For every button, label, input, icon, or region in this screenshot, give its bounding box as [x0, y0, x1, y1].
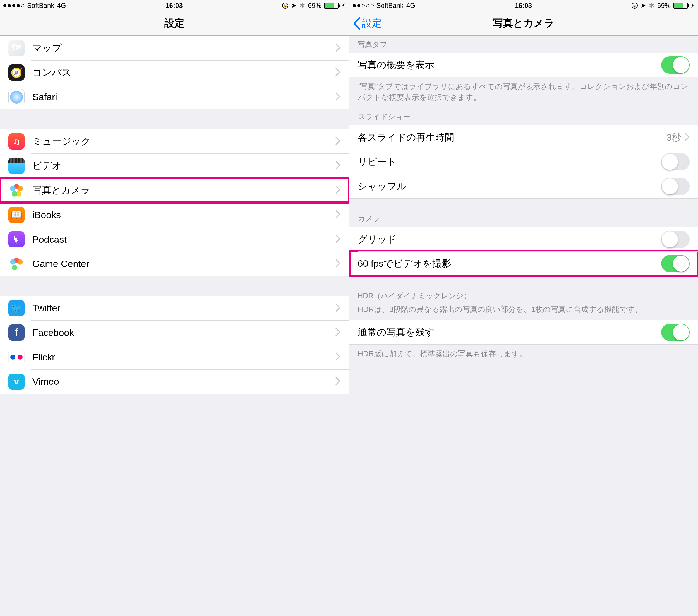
battery-pct: 69% [657, 2, 671, 10]
row-label: iBooks [32, 210, 335, 220]
switch-60fps-video[interactable] [661, 255, 689, 272]
row-vimeo[interactable]: v Vimeo [0, 369, 349, 394]
chevron-right-icon [335, 235, 340, 244]
chevron-right-icon [335, 377, 340, 386]
switch-summarize-photos[interactable] [661, 56, 689, 74]
row-label: 各スライドの再生時間 [358, 131, 667, 144]
row-facebook[interactable]: f Facebook [0, 320, 349, 345]
row-label: Vimeo [32, 376, 335, 387]
battery-icon [324, 2, 338, 9]
settings-list[interactable]: 🗺 マップ 🧭 コンパス Safari ♫ ミュージック [0, 36, 349, 616]
chevron-right-icon [335, 352, 340, 362]
bluetooth-icon: ✱ [649, 2, 655, 10]
signal-dots-icon [3, 4, 24, 7]
chevron-left-icon [353, 17, 361, 30]
twitter-icon: 🐦 [9, 300, 25, 316]
row-maps[interactable]: 🗺 マップ [0, 36, 349, 60]
clock-label: 16:03 [166, 2, 182, 10]
row-twitter[interactable]: 🐦 Twitter [0, 296, 349, 320]
photos-icon [9, 182, 25, 198]
video-icon [9, 158, 25, 174]
row-label: 写真の概要を表示 [358, 59, 661, 71]
charging-icon: ⚡︎ [691, 2, 695, 9]
chevron-right-icon [335, 68, 340, 77]
section-header-slideshow: スライドショー [349, 108, 698, 125]
maps-icon: 🗺 [9, 40, 25, 56]
row-video[interactable]: ビデオ [0, 154, 349, 178]
switch-grid[interactable] [661, 231, 689, 248]
row-repeat[interactable]: リピート [349, 149, 698, 174]
rotation-lock-icon: 🔒 [631, 2, 638, 9]
section-footer-hdr: HDR版に加えて、標準露出の写真も保存します。 [349, 345, 698, 364]
section-desc-hdr: HDRは、3段階の異なる露出の写真の良い部分を、1枚の写真に合成する機能です。 [349, 304, 698, 320]
row-grid[interactable]: グリッド [349, 227, 698, 252]
switch-keep-normal-photo[interactable] [661, 324, 689, 341]
status-bar: SoftBank 4G 16:03 🔒 ➤ ✱ 69% ⚡︎ [0, 0, 349, 11]
row-label: リピート [358, 155, 661, 168]
chevron-right-icon [335, 328, 340, 337]
row-label: コンパス [32, 66, 335, 79]
battery-pct: 69% [308, 2, 321, 10]
vimeo-icon: v [9, 374, 25, 390]
row-value: 3秒 [667, 131, 681, 144]
chevron-right-icon [335, 161, 340, 170]
section-header-photo-tab: 写真タブ [349, 36, 698, 53]
row-ibooks[interactable]: 📖 iBooks [0, 202, 349, 227]
row-podcast[interactable]: 🎙 Podcast [0, 227, 349, 252]
nav-bar: 設定 写真とカメラ [349, 11, 698, 36]
row-keep-normal-photo[interactable]: 通常の写真を残す [349, 320, 698, 345]
photos-camera-list[interactable]: 写真タブ 写真の概要を表示 “写真”タブではライブラリにあるすべての写真が表示さ… [349, 36, 698, 616]
row-gamecenter[interactable]: Game Center [0, 252, 349, 276]
facebook-icon: f [9, 325, 25, 341]
switch-repeat[interactable] [661, 153, 689, 170]
battery-icon [673, 2, 688, 9]
row-label: Facebook [32, 327, 335, 338]
row-music[interactable]: ♫ ミュージック [0, 129, 349, 154]
location-icon: ➤ [641, 2, 646, 10]
back-button[interactable]: 設定 [353, 16, 382, 30]
rotation-lock-icon: 🔒 [282, 2, 288, 9]
status-bar: SoftBank 4G 16:03 🔒 ➤ ✱ 69% ⚡︎ [349, 0, 698, 11]
row-60fps-video[interactable]: 60 fpsでビデオを撮影 [349, 252, 698, 276]
section-header-camera: カメラ [349, 210, 698, 227]
row-label: 写真とカメラ [32, 184, 335, 197]
row-slide-duration[interactable]: 各スライドの再生時間 3秒 [349, 125, 698, 149]
location-icon: ➤ [291, 2, 297, 10]
row-label: マップ [32, 42, 335, 55]
podcast-icon: 🎙 [9, 231, 25, 247]
row-compass[interactable]: 🧭 コンパス [0, 60, 349, 85]
chevron-right-icon [335, 44, 340, 53]
bluetooth-icon: ✱ [299, 2, 305, 10]
signal-dots-icon [353, 4, 374, 7]
gamecenter-icon [9, 256, 25, 272]
row-summarize-photos[interactable]: 写真の概要を表示 [349, 53, 698, 77]
chevron-right-icon [335, 259, 340, 269]
network-label: 4G [406, 2, 415, 10]
safari-icon [9, 89, 25, 105]
row-label: Flickr [32, 352, 335, 363]
page-title: 写真とカメラ [493, 16, 554, 30]
back-label: 設定 [362, 16, 382, 30]
flickr-icon [9, 349, 25, 365]
charging-icon: ⚡︎ [341, 2, 345, 9]
carrier-label: SoftBank [377, 2, 404, 10]
row-shuffle[interactable]: シャッフル [349, 174, 698, 199]
photos-camera-screen: SoftBank 4G 16:03 🔒 ➤ ✱ 69% ⚡︎ 設定 写真とカメラ… [349, 0, 698, 616]
page-title: 設定 [164, 16, 184, 30]
row-label: シャッフル [358, 180, 661, 193]
section-header-hdr: HDR（ハイダイナミックレンジ） [349, 287, 698, 304]
row-photos-camera[interactable]: 写真とカメラ [0, 178, 349, 202]
row-label: 通常の写真を残す [358, 326, 661, 339]
chevron-right-icon [685, 133, 689, 142]
compass-icon: 🧭 [9, 65, 25, 81]
switch-shuffle[interactable] [661, 178, 689, 195]
row-label: Twitter [32, 303, 335, 314]
row-label: グリッド [358, 233, 661, 246]
row-flickr[interactable]: Flickr [0, 345, 349, 369]
music-icon: ♫ [9, 133, 25, 149]
nav-bar: 設定 [0, 11, 349, 36]
carrier-label: SoftBank [27, 2, 54, 10]
chevron-right-icon [335, 186, 340, 195]
row-safari[interactable]: Safari [0, 85, 349, 109]
section-footer-photo-tab: “写真”タブではライブラリにあるすべての写真が表示されます。コレクションおよび年… [349, 77, 698, 108]
